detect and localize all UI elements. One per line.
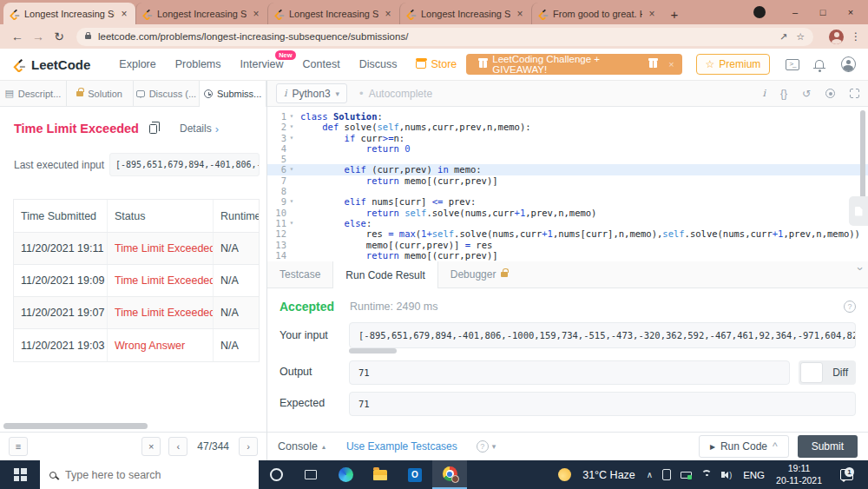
- code-line[interactable]: 13 memo[(curr,prev)] = res: [267, 240, 868, 250]
- diff-toggle[interactable]: Diff: [799, 360, 856, 385]
- table-row[interactable]: 11/20/2021 19:03 Wrong Answer N/A: [14, 329, 259, 361]
- taskbar-search[interactable]: [40, 460, 259, 489]
- start-button[interactable]: [0, 460, 40, 489]
- share-icon[interactable]: ↗: [779, 31, 787, 43]
- nav-item-contest[interactable]: Contest: [303, 58, 340, 70]
- code-line[interactable]: 1▾class Solution:: [267, 111, 868, 122]
- code-line[interactable]: 10 return self.solve(nums,curr+1,prev,n,…: [267, 208, 868, 218]
- format-code-icon[interactable]: {}: [780, 88, 787, 100]
- copy-icon[interactable]: [149, 124, 157, 134]
- tab-debugger[interactable]: Debugger: [438, 261, 521, 287]
- nav-item-interview[interactable]: Interview New: [240, 58, 284, 70]
- action-center-button[interactable]: 1: [833, 469, 859, 480]
- code-line[interactable]: 5: [267, 154, 868, 164]
- code-line[interactable]: 14 return memo[(curr,prev)]: [267, 250, 868, 261]
- browser-tab[interactable]: Longest Increasing Subse ×: [135, 3, 267, 24]
- playground-terminal-icon[interactable]: >_: [786, 59, 799, 70]
- editor-settings-icon[interactable]: [825, 89, 835, 98]
- use-example-testcases-link[interactable]: Use Example Testcases: [346, 440, 457, 453]
- weather-text[interactable]: 31°C Haze: [582, 469, 635, 481]
- cell-status[interactable]: Time Limit Exceeded: [108, 297, 214, 328]
- line-gutter[interactable]: 1▾: [267, 111, 300, 122]
- browser-tab[interactable]: From good to great. How ×: [531, 3, 663, 24]
- code-line[interactable]: 2▾ def solve(self,nums,curr,prev,n,memo)…: [267, 122, 868, 132]
- your-input-value[interactable]: [-895,651,679,894,-401,806,-1000,159,734…: [349, 322, 856, 348]
- diff-toggle-knob[interactable]: [800, 362, 823, 383]
- volume-icon[interactable]: ): [721, 471, 732, 479]
- collapse-chevron-icon[interactable]: ›: [853, 267, 866, 282]
- window-minimize-button[interactable]: –: [781, 0, 809, 24]
- run-code-button[interactable]: ▸ Run Code ^: [699, 435, 789, 458]
- expected-value[interactable]: 71: [349, 392, 856, 416]
- nav-item-problems[interactable]: Problems: [175, 58, 221, 70]
- challenge-banner[interactable]: LeetCoding Challenge + GIVEAWAY! ×: [466, 54, 681, 75]
- language-indicator[interactable]: ENG: [743, 470, 765, 480]
- browser-profile-avatar[interactable]: [829, 30, 844, 44]
- language-select[interactable]: i Python3 ▾: [276, 83, 347, 103]
- tab-close-icon[interactable]: ×: [382, 8, 394, 20]
- tab-discuss[interactable]: Discuss (...: [134, 81, 201, 106]
- problem-list-button[interactable]: ≡: [9, 437, 28, 456]
- tab-close-icon[interactable]: ×: [250, 8, 262, 20]
- last-executed-input-value[interactable]: [-895,651,679,894,-401,806,-1000: [109, 153, 260, 176]
- horizontal-scrollbar[interactable]: [3, 423, 148, 429]
- window-maximize-button[interactable]: □: [809, 0, 837, 24]
- prev-problem-button[interactable]: ‹: [168, 437, 187, 456]
- browser-tab[interactable]: Longest Increasing Subse ×: [3, 3, 135, 24]
- window-close-button[interactable]: ×: [837, 0, 865, 24]
- wifi-icon[interactable]: [701, 470, 712, 480]
- back-button[interactable]: ←: [7, 30, 28, 43]
- table-row[interactable]: 11/20/2021 19:11 Time Limit Exceeded N/A: [14, 233, 259, 265]
- extension-shield-icon[interactable]: [753, 6, 766, 18]
- address-bar[interactable]: leetcode.com/problems/longest-increasing…: [76, 28, 813, 46]
- line-gutter[interactable]: 11▾: [267, 218, 300, 228]
- tray-expand-icon[interactable]: ∧: [647, 470, 653, 479]
- code-line[interactable]: 8: [267, 186, 868, 196]
- line-gutter[interactable]: 5: [267, 154, 300, 164]
- task-view-button[interactable]: [293, 460, 328, 489]
- editor-info-icon[interactable]: i: [762, 88, 766, 99]
- line-gutter[interactable]: 12: [267, 228, 300, 239]
- forward-button[interactable]: →: [28, 30, 49, 43]
- premium-button[interactable]: ☆ Premium: [696, 54, 771, 75]
- code-line[interactable]: 4 return 0: [267, 143, 868, 154]
- code-line[interactable]: 6▾ elif (curr,prev) in memo:: [267, 164, 868, 175]
- cortana-button[interactable]: [259, 460, 293, 489]
- banner-close-icon[interactable]: ×: [668, 59, 674, 69]
- details-link[interactable]: Details ›: [180, 122, 219, 135]
- tab-close-icon[interactable]: ×: [646, 8, 658, 20]
- help-icon[interactable]: ?: [844, 301, 856, 313]
- url-text[interactable]: leetcode.com/problems/longest-increasing…: [98, 31, 771, 42]
- code-line[interactable]: 12 res = max(1+self.solve(nums,curr+1,nu…: [267, 228, 868, 239]
- tab-testcase[interactable]: Testcase: [267, 261, 332, 287]
- table-row[interactable]: 11/20/2021 19:09 Time Limit Exceeded N/A: [14, 265, 259, 297]
- tab-description[interactable]: ▤ Descript...: [0, 81, 67, 106]
- new-tab-button[interactable]: +: [663, 3, 686, 24]
- tab-close-icon[interactable]: ×: [118, 8, 130, 20]
- drawer-handle[interactable]: [849, 196, 868, 226]
- reset-code-icon[interactable]: ↺: [802, 88, 811, 100]
- fullscreen-icon[interactable]: [850, 89, 859, 98]
- browser-tab[interactable]: Longest Increasing Subse ×: [399, 3, 531, 24]
- random-problem-button[interactable]: ×: [141, 437, 161, 456]
- line-gutter[interactable]: 10: [267, 208, 300, 218]
- browser-tab[interactable]: Longest Increasing Subse ×: [267, 3, 399, 24]
- footer-help-icon[interactable]: ?: [477, 440, 489, 453]
- code-editor[interactable]: 1▾class Solution:2▾ def solve(self,nums,…: [267, 107, 868, 261]
- tab-close-icon[interactable]: ×: [514, 8, 526, 20]
- search-input[interactable]: [65, 469, 249, 481]
- edge-button[interactable]: [328, 460, 363, 489]
- table-row[interactable]: 11/20/2021 19:07 Time Limit Exceeded N/A: [14, 297, 259, 329]
- code-line[interactable]: 9▾ elif nums[curr] <= prev:: [267, 196, 868, 207]
- bookmark-star-icon[interactable]: ☆: [796, 31, 805, 43]
- line-gutter[interactable]: 8: [267, 186, 300, 196]
- line-gutter[interactable]: 7: [267, 175, 300, 186]
- console-toggle[interactable]: Console ▴: [278, 440, 326, 453]
- output-value[interactable]: 71: [349, 360, 790, 385]
- reload-button[interactable]: ↻: [49, 30, 69, 43]
- line-gutter[interactable]: 13: [267, 240, 300, 250]
- tab-solution[interactable]: Solution: [67, 81, 134, 106]
- cell-status[interactable]: Wrong Answer: [108, 329, 214, 361]
- next-problem-button[interactable]: ›: [239, 437, 258, 456]
- nav-item-explore[interactable]: Explore: [119, 58, 155, 70]
